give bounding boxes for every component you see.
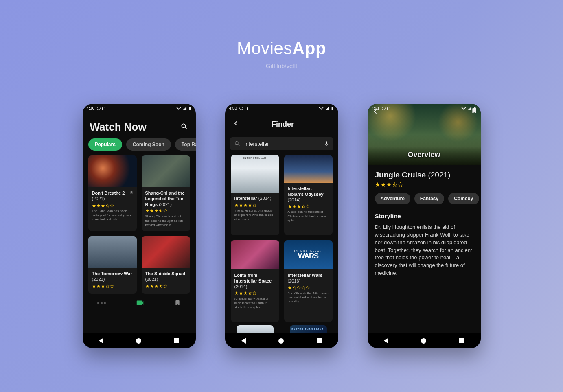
chip-coming-soon[interactable]: Coming Soon	[126, 138, 171, 151]
movie-title: Interstellar (2014)	[234, 196, 276, 201]
movie-card[interactable]: Interstellar (2014) The adventures of a …	[231, 155, 279, 235]
genre-chip[interactable]: Adventure	[375, 193, 410, 204]
nav-home-icon[interactable]	[278, 338, 284, 344]
movie-poster	[88, 236, 137, 268]
chevron-left-icon	[232, 119, 240, 127]
rating-stars	[145, 284, 186, 288]
battery-icon	[473, 106, 477, 111]
signal-icon	[182, 106, 187, 111]
movie-card[interactable]: The Suicide Squad (2021)	[142, 236, 190, 294]
search-box[interactable]	[230, 137, 333, 150]
android-nav-bar	[225, 333, 338, 348]
signal-icon	[467, 106, 472, 111]
movie-description: Shang-Chi must confront the past he thou…	[145, 215, 186, 227]
movie-card[interactable]: Lolita from Interstellar Space (2014) An…	[231, 240, 279, 322]
rating-stars	[234, 291, 276, 295]
tab-movies-icon[interactable]	[136, 298, 145, 307]
movie-description: A look behind the lens of Christopher No…	[288, 210, 329, 223]
app-title: MoviesApp	[0, 39, 563, 58]
status-icon	[387, 107, 390, 110]
android-nav-bar	[83, 333, 196, 348]
search-icon	[234, 140, 241, 147]
signal-icon	[325, 106, 329, 111]
movie-title: The Suicide Squad (2021)	[145, 271, 186, 283]
nav-recents-icon[interactable]	[174, 338, 179, 343]
status-bar: 4:36	[83, 104, 196, 113]
chip-top-rated[interactable]: Top Ra	[175, 138, 196, 151]
movie-card[interactable]: Shang-Chi and the Legend of the Ten Ring…	[142, 155, 190, 231]
movie-description: An undeniably beautiful alien is sent to…	[234, 297, 276, 309]
movie-poster	[284, 155, 333, 183]
bottom-tabs	[83, 294, 196, 312]
movie-poster	[231, 240, 279, 269]
nav-home-icon[interactable]	[421, 338, 426, 344]
storyline-heading: Storyline	[375, 212, 473, 219]
tab-bookmarks-icon[interactable]	[174, 299, 181, 307]
nav-recents-icon[interactable]	[317, 338, 322, 343]
nav-back-icon[interactable]	[99, 338, 103, 344]
movie-title: Interstellar: Nolan's Odyssey (2014)	[288, 186, 329, 203]
status-time: 4:51	[372, 106, 379, 111]
nav-back-icon[interactable]	[241, 338, 246, 344]
phone-finder: 4:50 Finder Interstellar (2014)	[225, 104, 338, 348]
android-nav-bar	[368, 333, 481, 348]
rating-stars	[92, 284, 133, 288]
genre-chips: Adventure Fantasy Comedy	[375, 193, 473, 204]
status-icon	[245, 107, 248, 110]
movie-card[interactable]: Don't Breathe 2 (2021) The Blind Man has…	[88, 155, 137, 231]
chip-populars[interactable]: Populars	[88, 138, 122, 151]
battery-icon	[188, 106, 192, 111]
status-time: 4:50	[229, 106, 237, 111]
genre-chip[interactable]: Fantasy	[414, 193, 444, 204]
back-button[interactable]	[228, 117, 244, 131]
nav-back-icon[interactable]	[384, 338, 388, 344]
search-input[interactable]	[245, 141, 320, 147]
overview-label: Overview	[407, 151, 440, 159]
movie-title: Interstellar Wars (2016)	[288, 273, 329, 284]
mic-icon[interactable]	[324, 140, 329, 147]
movie-description: The Blind Man has been hiding out for se…	[92, 209, 133, 222]
movie-title: Lolita from Interstellar Space (2014)	[234, 273, 276, 289]
search-icon[interactable]	[180, 123, 188, 132]
status-icon	[239, 107, 243, 110]
movie-poster	[142, 236, 190, 268]
movie-description: The adventures of a group of explorers w…	[234, 209, 276, 221]
movie-title: Shang-Chi and the Legend of the Ten Ring…	[145, 191, 186, 207]
phone-detail: 4:51 Overview Jungle Cruise (2021)	[368, 104, 481, 348]
wifi-icon	[176, 106, 181, 111]
movie-poster-teaser[interactable]	[237, 325, 274, 333]
movie-poster	[231, 155, 279, 193]
app-subtitle: GitHub/vellt	[0, 62, 563, 69]
movie-description: For Millennia the Aliien force has watch…	[288, 291, 329, 304]
movie-title: Don't Breathe 2 (2021)	[92, 191, 128, 202]
wifi-icon	[319, 106, 324, 111]
rating-stars	[145, 209, 186, 213]
page-title: Finder	[244, 120, 322, 129]
movie-card[interactable]: Interstellar: Nolan's Odyssey (2014) A l…	[284, 155, 333, 235]
nav-home-icon[interactable]	[136, 338, 141, 344]
movie-title: The Tomorrow War (2021)	[92, 271, 133, 283]
movie-title: Jungle Cruise (2021)	[375, 171, 473, 180]
tab-more-icon[interactable]	[97, 302, 106, 304]
rating-stars	[92, 204, 133, 208]
hero-section: MoviesApp GitHub/vellt	[0, 39, 563, 69]
rating-stars	[375, 182, 473, 187]
storyline-text: Dr. Lily Houghton enlists the aid of wis…	[375, 223, 473, 277]
rating-stars	[288, 286, 329, 290]
genre-chip[interactable]: Comedy	[448, 193, 479, 204]
status-icon	[102, 107, 105, 110]
status-icon	[382, 107, 386, 110]
page-title: Watch Now	[90, 121, 180, 134]
nav-recents-icon[interactable]	[459, 338, 464, 343]
movie-poster-teaser[interactable]: FASTER THAN LIGHT!	[290, 325, 327, 333]
wifi-icon	[461, 106, 466, 111]
movie-card[interactable]: INTERSTELLARWARS Interstellar Wars (2016…	[284, 240, 333, 322]
movie-poster	[88, 155, 137, 187]
bookmark-icon[interactable]	[130, 191, 133, 194]
movie-poster: INTERSTELLARWARS	[284, 240, 333, 269]
rating-stars	[288, 204, 329, 208]
movie-card[interactable]: The Tomorrow War (2021)	[88, 236, 137, 294]
status-bar: 4:51	[368, 104, 481, 113]
status-time: 4:36	[87, 106, 94, 111]
movie-backdrop: Overview	[368, 104, 481, 165]
